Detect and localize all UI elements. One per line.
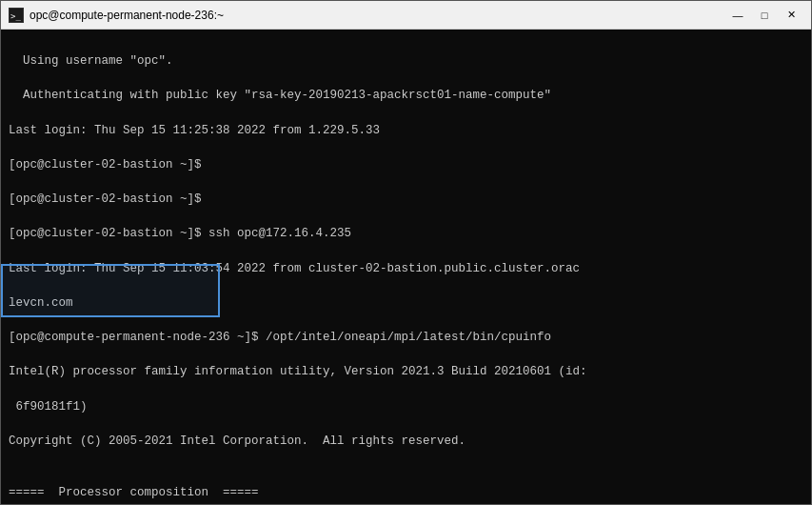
terminal-icon: >_ xyxy=(9,8,24,23)
line-2: Authenticating with public key "rsa-key-… xyxy=(9,87,803,104)
line-12: Copyright (C) 2005-2021 Intel Corporatio… xyxy=(9,433,803,450)
title-bar: >_ opc@compute-permanent-node-236:~ — □ … xyxy=(1,1,811,30)
line-8: levcn.com xyxy=(9,294,803,312)
terminal-window: >_ opc@compute-permanent-node-236:~ — □ … xyxy=(0,0,812,505)
line-9: [opc@compute-permanent-node-236 ~]$ /opt… xyxy=(9,329,803,346)
line-5: [opc@cluster-02-bastion ~]$ xyxy=(9,191,803,208)
line-10: Intel(R) processor family information ut… xyxy=(9,363,803,380)
terminal-output: Using username "opc". Authenticating wit… xyxy=(9,35,803,504)
line-14: ===== Processor composition ===== xyxy=(9,484,803,501)
maximize-button[interactable]: □ xyxy=(752,6,777,25)
line-4: [opc@cluster-02-bastion ~]$ xyxy=(9,156,803,173)
line-7: Last login: Thu Sep 15 11:03:54 2022 fro… xyxy=(9,260,803,277)
window-title: opc@compute-permanent-node-236:~ xyxy=(30,9,224,22)
line-3: Last login: Thu Sep 15 11:25:38 2022 fro… xyxy=(9,122,803,139)
terminal-area[interactable]: Using username "opc". Authenticating wit… xyxy=(1,30,811,504)
svg-text:>_: >_ xyxy=(10,11,21,21)
window-controls: — □ ✕ xyxy=(725,6,803,25)
minimize-button[interactable]: — xyxy=(725,6,750,25)
line-1: Using username "opc". xyxy=(9,52,803,70)
line-11: 6f90181f1) xyxy=(9,398,803,415)
title-bar-left: >_ opc@compute-permanent-node-236:~ xyxy=(9,8,224,23)
close-button[interactable]: ✕ xyxy=(779,6,803,25)
line-6: [opc@cluster-02-bastion ~]$ ssh opc@172.… xyxy=(9,225,803,242)
